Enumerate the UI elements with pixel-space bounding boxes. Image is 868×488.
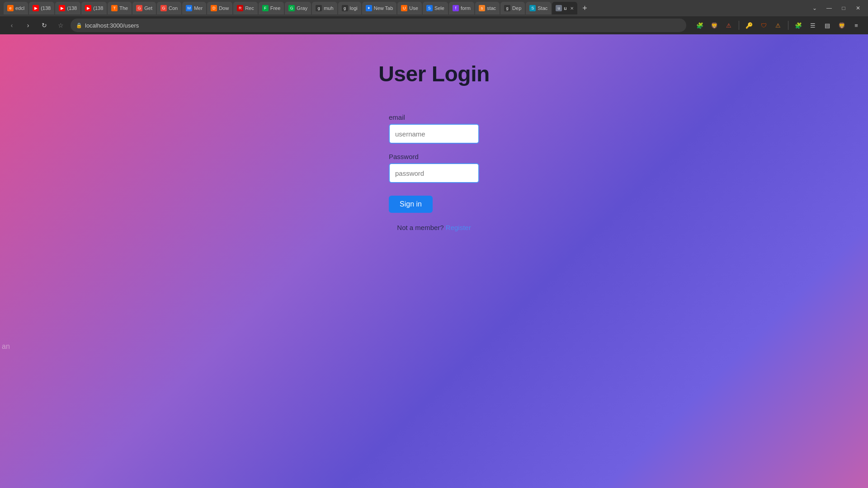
tab-yt2[interactable]: ▶ (138 [55, 2, 80, 14]
tab-u-active[interactable]: u u ✕ [552, 2, 577, 14]
tab-favicon-stack1: s [479, 5, 485, 11]
tab-favicon-free1: F [262, 5, 269, 11]
login-form: email Password Sign in Not a member? Reg… [389, 113, 479, 231]
not-member-label: Not a member? [397, 224, 443, 231]
tab-favicon-mer: M [186, 5, 192, 11]
extensions-button[interactable]: 🧩 [693, 19, 706, 32]
tab-controls: ⌄ — □ ✕ [808, 2, 864, 14]
tab-gmail1[interactable]: G Get [132, 2, 156, 14]
register-link[interactable]: Register [446, 224, 471, 231]
tab-list-button[interactable]: ⌄ [808, 2, 821, 14]
tab-label-yt1: (138 [41, 5, 51, 11]
tab-favicon-gmail1: G [136, 5, 142, 11]
tab-favicon-rec: R [237, 5, 243, 11]
register-text: Not a member? Register [397, 224, 471, 231]
tab-label-mer: Mer [194, 5, 203, 11]
tab-favicon-use: U [401, 5, 407, 11]
playlist-icon[interactable]: ☰ [807, 19, 819, 32]
tab-favicon-u: u [556, 5, 562, 11]
tab-edcl[interactable]: e edcl [4, 2, 28, 14]
page-content: User Login email Password Sign in Not a … [0, 34, 868, 488]
vpn-button[interactable]: ⚠ [722, 19, 735, 32]
tab-label-gmail1: Get [144, 5, 152, 11]
tab-mer[interactable]: M Mer [182, 2, 206, 14]
menu-button[interactable]: ≡ [850, 19, 863, 32]
tab-label-gmail2: Con [169, 5, 178, 11]
tab-favicon-stac2: S [529, 5, 536, 11]
browser-chrome: e edcl ▶ (138 ▶ (138 ▶ (138 T The G Get … [0, 0, 868, 34]
tab-favicon-form: f [453, 5, 459, 11]
tab-favicon-sel: S [426, 5, 433, 11]
tab-label-the: The [119, 5, 128, 11]
close-button[interactable]: ✕ [852, 2, 864, 14]
brave-rewards-button[interactable]: 🦁 [708, 19, 721, 32]
email-group: email [389, 113, 479, 144]
puzzle-icon[interactable]: 🧩 [792, 19, 805, 32]
lock-icon: 🔒 [76, 23, 82, 28]
tab-label-newtab: New Tab [374, 5, 393, 11]
tab-favicon-login: g [342, 5, 348, 11]
shield-icon[interactable]: 🛡 [757, 19, 770, 32]
tab-favicon-dep: g [504, 5, 510, 11]
tab-login[interactable]: g logi [338, 2, 361, 14]
tab-gmail2[interactable]: G Con [157, 2, 181, 14]
bookmark-button[interactable]: ☆ [54, 19, 67, 32]
tab-label-stac2: Stac [538, 5, 547, 11]
tab-newtab[interactable]: ✦ New Tab [362, 2, 397, 14]
tab-label-u: u [564, 5, 566, 11]
back-button[interactable]: ‹ [5, 19, 18, 32]
new-tab-button[interactable]: + [578, 2, 591, 14]
tab-label-edcl: edcl [15, 5, 24, 11]
page-title: User Login [378, 61, 490, 86]
tab-sel[interactable]: S Sele [423, 2, 448, 14]
tab-yt1[interactable]: ▶ (138 [29, 2, 54, 14]
signin-button[interactable]: Sign in [389, 196, 433, 213]
tab-label-rec: Rec [245, 5, 254, 11]
tab-form[interactable]: f form [449, 2, 474, 14]
tab-label-dep: Dep [512, 5, 521, 11]
address-bar[interactable]: 🔒 localhost:3000/users [71, 19, 686, 32]
alert-icon[interactable]: ⚠ [772, 19, 784, 32]
tab-dow[interactable]: D Dow [207, 2, 232, 14]
tab-the[interactable]: T The [108, 2, 132, 14]
password-group: Password [389, 153, 479, 183]
nav-bar: ‹ › ↻ ☆ 🔒 localhost:3000/users 🧩 🦁 ⚠ 🔑 🛡… [0, 16, 868, 34]
tab-label-login: logi [350, 5, 358, 11]
tab-stac2[interactable]: S Stac [526, 2, 551, 14]
tab-rec[interactable]: R Rec [233, 2, 258, 14]
tab-muh[interactable]: g muh [312, 2, 337, 14]
tab-label-sel: Sele [434, 5, 444, 11]
tab-label-free1: Free [270, 5, 281, 11]
bottom-left-text: an [0, 341, 12, 352]
tab-label-dow: Dow [219, 5, 229, 11]
tab-favicon-dow: D [211, 5, 217, 11]
tab-label-gray: Gray [297, 5, 307, 11]
address-text: localhost:3000/users [85, 22, 139, 29]
brave-icon[interactable]: 🦁 [835, 19, 848, 32]
forward-button[interactable]: › [22, 19, 34, 32]
tab-close-icon[interactable]: ✕ [570, 6, 574, 11]
separator2 [788, 21, 788, 30]
tab-use[interactable]: U Use [397, 2, 422, 14]
tab-stack1[interactable]: s stac [475, 2, 500, 14]
email-input[interactable] [389, 124, 479, 144]
tab-yt3[interactable]: ▶ (138 [81, 2, 107, 14]
tab-dep[interactable]: g Dep [500, 2, 525, 14]
tab-label-yt2: (138 [67, 5, 77, 11]
tab-gray[interactable]: G Gray [285, 2, 311, 14]
tab-label-use: Use [409, 5, 418, 11]
tab-free1[interactable]: F Free [259, 2, 284, 14]
tab-favicon-the: T [111, 5, 118, 11]
password-input[interactable] [389, 163, 479, 183]
tab-favicon-yt3: ▶ [85, 5, 91, 11]
sidebar-icon[interactable]: ▤ [821, 19, 834, 32]
tab-bar: e edcl ▶ (138 ▶ (138 ▶ (138 T The G Get … [0, 0, 868, 16]
maximize-button[interactable]: □ [837, 2, 850, 14]
tab-label-form: form [461, 5, 471, 11]
minimize-button[interactable]: — [823, 2, 835, 14]
tab-favicon-newtab: ✦ [366, 5, 372, 11]
tab-favicon-yt2: ▶ [59, 5, 65, 11]
reload-button[interactable]: ↻ [38, 19, 51, 32]
tab-label-yt3: (138 [93, 5, 103, 11]
tab-favicon-edcl: e [7, 5, 14, 11]
